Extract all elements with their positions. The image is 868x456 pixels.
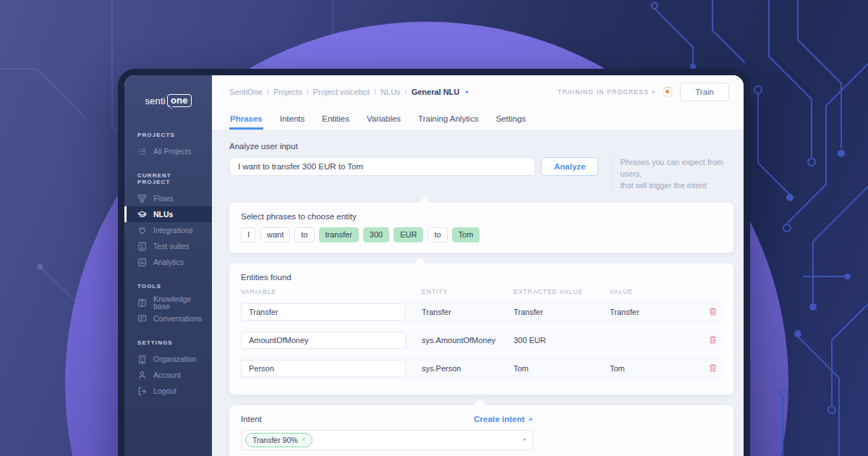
intent-select[interactable]: Transfer 90% × ▾	[241, 430, 533, 450]
variable-input[interactable]	[241, 360, 406, 377]
column-header-value: VALUE	[610, 288, 703, 295]
checklist-icon	[137, 242, 147, 251]
entity-cell: sys.AmountOfMoney	[422, 336, 514, 345]
trash-icon	[708, 307, 718, 316]
variable-input[interactable]	[241, 303, 406, 321]
main-panel: SentiOne / Projects / Project voicebot /…	[212, 75, 744, 456]
tab-training-analytics[interactable]: Training Anlytics	[417, 110, 479, 130]
phrase-select-title: Select phrases to choose entity	[241, 212, 722, 221]
sidebar-item-label: Knowledge base	[153, 295, 203, 311]
plus-icon: +	[528, 415, 533, 423]
column-header-variable: VARIABLE	[241, 288, 422, 295]
phrase-token[interactable]: to	[427, 227, 447, 242]
phrase-token[interactable]: I	[241, 227, 256, 242]
sidebar-item-organization[interactable]: Organization	[124, 351, 212, 367]
phrase-token[interactable]: Tom	[452, 227, 480, 242]
chevron-down-icon[interactable]: ▾	[465, 89, 468, 96]
app-window: sentione PROJECTS All Projects CURRENT P…	[118, 69, 750, 456]
sidebar-section-current-project: CURRENT PROJECT	[124, 166, 212, 190]
sidebar-item-knowledge-base[interactable]: Knowledge base	[124, 295, 212, 311]
remove-tag-icon[interactable]: ×	[302, 436, 306, 444]
sidebar-item-label: Organization	[153, 355, 197, 363]
sidebar-item-nlus[interactable]: NLUs	[124, 206, 212, 222]
sidebar-item-label: Conversations	[153, 315, 202, 323]
sidebar-item-logout[interactable]: Logout	[124, 383, 212, 399]
entity-cell: Transfer	[422, 308, 514, 316]
column-header-entity: ENTITY	[422, 288, 514, 295]
breadcrumb: SentiOne / Projects / Project voicebot /…	[229, 88, 468, 96]
breadcrumb-separator: /	[405, 88, 407, 96]
sidebar-item-integrations[interactable]: Integrations	[124, 222, 212, 238]
sidebar-item-flows[interactable]: Flows	[124, 190, 212, 206]
tab-variables[interactable]: Variables	[366, 110, 401, 130]
phrase-token[interactable]: to	[294, 227, 314, 242]
delete-row-button[interactable]	[703, 363, 722, 373]
sidebar: sentione PROJECTS All Projects CURRENT P…	[124, 75, 212, 456]
tab-intents[interactable]: Intents	[279, 110, 306, 130]
building-icon	[137, 355, 147, 364]
tab-entities[interactable]: Entities	[321, 110, 350, 130]
sidebar-item-label: Account	[153, 371, 181, 379]
plug-icon	[137, 226, 147, 235]
create-intent-button[interactable]: Create intent+	[474, 415, 533, 423]
table-row: sys.Person Tom Tom	[241, 356, 722, 381]
sidebar-item-all-projects[interactable]: All Projects	[124, 143, 212, 159]
sidebar-item-conversations[interactable]: Conversations	[124, 311, 212, 326]
phrase-token[interactable]: want	[260, 227, 290, 242]
sidebar-item-label: Test suites	[153, 242, 190, 250]
entities-panel: Entities found VARIABLE ENTITY EXTRACTED…	[229, 263, 733, 394]
graduation-cap-icon	[137, 210, 147, 219]
bar-chart-icon	[137, 258, 147, 267]
delete-row-button[interactable]	[703, 307, 722, 316]
analyze-button[interactable]: Analyze	[541, 157, 598, 176]
table-row: sys.AmountOfMoney 300 EUR	[241, 328, 722, 352]
chat-icon	[137, 314, 147, 324]
sidebar-item-analytics[interactable]: Analytics	[124, 254, 212, 270]
content-area: Analyze user input Analyze Phrases you c…	[212, 130, 744, 456]
delete-row-button[interactable]	[703, 335, 722, 345]
training-zone: TRAINING IN PROGRESS ▾ Train	[558, 83, 729, 101]
tab-settings[interactable]: Settings	[495, 110, 527, 130]
sidebar-item-label: Integrations	[153, 227, 193, 235]
variable-input[interactable]	[241, 332, 406, 349]
breadcrumb-current-nlu-dropdown[interactable]: General NLU	[412, 88, 460, 96]
helper-line-2: that will trigger the intent	[620, 180, 733, 192]
training-status-dropdown[interactable]: TRAINING IN PROGRESS ▾	[558, 88, 655, 96]
sidebar-item-account[interactable]: Account	[124, 367, 212, 383]
intent-tag-label: Transfer 90%	[252, 436, 298, 444]
breadcrumb-separator: /	[374, 88, 376, 96]
sidebar-item-test-suites[interactable]: Test suites	[124, 238, 212, 254]
breadcrumb-sentione[interactable]: SentiOne	[229, 88, 263, 96]
sidebar-section-settings: SETTINGS	[124, 334, 212, 351]
analyze-row: Analyze Phrases you can expect from user…	[229, 157, 733, 192]
trash-icon	[708, 335, 718, 345]
sidebar-item-label: All Projects	[153, 148, 192, 156]
entities-header-row: VARIABLE ENTITY EXTRACTED VALUE VALUE	[241, 288, 722, 295]
analyze-label: Analyze user input	[229, 142, 733, 151]
training-status-label: TRAINING IN PROGRESS	[558, 88, 649, 96]
breadcrumb-projects[interactable]: Projects	[273, 88, 302, 96]
create-intent-label: Create intent	[474, 415, 524, 423]
entity-cell: sys.Person	[422, 364, 514, 373]
column-header-extracted-value: EXTRACTED VALUE	[514, 288, 610, 295]
breadcrumb-project-voicebot[interactable]: Project voicebot	[313, 88, 370, 96]
phrase-token[interactable]: transfer	[319, 227, 359, 242]
extracted-value-cell: Tom	[514, 364, 610, 373]
value-cell: Transfer	[610, 308, 703, 316]
breadcrumb-nlus[interactable]: NLUs	[380, 88, 401, 96]
breadcrumb-separator: /	[307, 88, 309, 96]
list-icon	[137, 147, 147, 156]
intent-tag: Transfer 90% ×	[245, 433, 312, 447]
logout-icon	[137, 387, 147, 396]
logo-bubble: one	[167, 94, 192, 107]
tab-phrases[interactable]: Phrases	[229, 110, 263, 130]
phrase-token[interactable]: EUR	[393, 227, 423, 242]
phrase-token[interactable]: 300	[363, 227, 389, 242]
analyze-input[interactable]	[229, 157, 535, 176]
value-cell: Tom	[610, 364, 703, 373]
book-icon	[137, 298, 147, 308]
helper-line-1: Phrases you can expect from users,	[620, 157, 733, 180]
sidebar-item-label: Logout	[153, 387, 176, 395]
train-button[interactable]: Train	[680, 83, 729, 101]
breadcrumb-separator: /	[267, 88, 269, 96]
